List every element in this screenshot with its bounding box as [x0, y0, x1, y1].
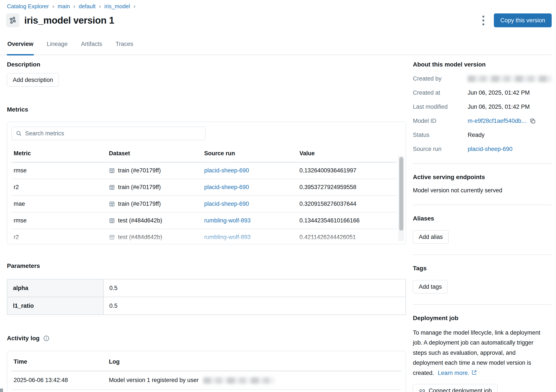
link-icon	[419, 387, 426, 392]
source-run-link[interactable]: rumbling-wolf-893	[204, 217, 251, 224]
dataset-name: train (#e70179ff)	[118, 201, 161, 207]
copy-this-version-button[interactable]: Copy this version	[494, 13, 552, 27]
parameter-key: l1_ratio	[7, 297, 103, 315]
metrics-scrollbar-thumb[interactable]	[399, 157, 403, 231]
metrics-scrollbar[interactable]	[398, 156, 404, 241]
table-row: rmse train (#e70179ff) placid-sheep-690 …	[11, 162, 397, 179]
status-label: Status	[413, 132, 468, 138]
kebab-menu-button[interactable]	[479, 14, 488, 27]
metrics-col-metric: Metric	[11, 144, 107, 162]
source-run-link[interactable]: rumbling-wolf-893	[204, 234, 251, 240]
metric-name: mae	[11, 196, 107, 212]
add-description-button[interactable]: Add description	[7, 73, 59, 87]
divider	[413, 304, 552, 305]
tab-traces[interactable]: Traces	[115, 39, 134, 55]
dataset-name: train (#e70179ff)	[118, 184, 161, 191]
main-column: Description Add description Metrics Metr…	[7, 61, 406, 392]
model-version-page: { "breadcrumb": { "items": ["Catalog Exp…	[0, 0, 556, 392]
metric-value: 0.3209158276037644	[297, 196, 397, 212]
activity-col-time: Time	[11, 351, 107, 371]
metric-name: r2	[11, 229, 107, 244]
add-alias-button[interactable]: Add alias	[413, 230, 449, 244]
divider	[413, 163, 552, 164]
metric-value: 0.1326400936461997	[297, 162, 397, 179]
model-id-link[interactable]: m-e9f28cf1aef540db...	[468, 118, 526, 124]
parameters-table: alpha 0.5 l1_ratio 0.5	[7, 279, 406, 315]
title-bar: iris_model version 1 Copy this version	[6, 13, 552, 27]
last-modified-value: Jun 06, 2025, 01:42 PM	[468, 103, 552, 110]
model-graph-icon	[9, 16, 17, 24]
search-metrics-input[interactable]	[25, 130, 201, 137]
external-link-icon	[471, 369, 477, 376]
activity-header-row: Time Log	[11, 351, 401, 371]
metrics-card: Metric Dataset Source run Value rmse tra…	[7, 122, 406, 244]
created-at-value: Jun 06, 2025, 01:42 PM	[468, 89, 552, 96]
activity-col-log: Log	[107, 351, 401, 371]
activity-log-heading: Activity log	[7, 335, 40, 342]
source-run-link[interactable]: placid-sheep-690	[204, 184, 249, 190]
metrics-col-value: Value	[297, 144, 397, 162]
serving-empty-text: Model version not currently served	[413, 187, 552, 194]
table-icon	[109, 184, 115, 190]
breadcrumb-default[interactable]: default	[79, 3, 95, 10]
deployment-job-heading: Deployment job	[413, 315, 552, 321]
table-row: l1_ratio 0.5	[7, 297, 406, 315]
table-row: rmse test (#484d642b) rumbling-wolf-893 …	[11, 212, 397, 229]
breadcrumb: Catalog Explorer › main › default › iris…	[7, 3, 135, 10]
activity-log-card: Time Log 2025-06-06 13:42:48 Model versi…	[7, 351, 406, 392]
table-icon	[109, 218, 115, 224]
breadcrumb-separator: ›	[73, 3, 75, 10]
activity-time: 2025-06-06 13:42:48	[11, 371, 107, 390]
tags-heading: Tags	[413, 265, 552, 272]
created-at-label: Created at	[413, 89, 468, 96]
breadcrumb-separator: ›	[134, 3, 136, 10]
breadcrumb-main[interactable]: main	[58, 3, 70, 10]
activity-log-text: Model version 1 registered by user	[107, 371, 401, 390]
metrics-heading: Metrics	[7, 106, 406, 113]
model-id-label: Model ID	[413, 118, 468, 124]
divider	[413, 254, 552, 255]
metric-name: rmse	[11, 212, 107, 229]
metrics-col-source-run: Source run	[202, 144, 297, 162]
metric-value: 0.3953727924959558	[297, 179, 397, 196]
aliases-heading: Aliases	[413, 215, 552, 222]
tab-artifacts[interactable]: Artifacts	[81, 39, 103, 55]
status-value: Ready	[468, 132, 552, 138]
dataset-name: test (#484d642b)	[118, 217, 162, 224]
about-sidebar: About this model version Created by Crea…	[413, 61, 552, 392]
source-run-link[interactable]: placid-sheep-690	[204, 167, 249, 174]
source-run-label: Source run	[413, 146, 468, 152]
dataset-name: train (#e70179ff)	[118, 167, 161, 174]
learn-more-link[interactable]: Learn more.	[438, 370, 469, 376]
tab-overview[interactable]: Overview	[7, 39, 34, 55]
breadcrumb-catalog-explorer[interactable]: Catalog Explorer	[7, 3, 49, 10]
add-tags-button[interactable]: Add tags	[413, 280, 448, 293]
metrics-table: Metric Dataset Source run Value rmse tra…	[11, 144, 397, 244]
tab-lineage[interactable]: Lineage	[46, 39, 68, 55]
metric-value: 0.4211426244426051	[297, 229, 397, 244]
about-grid: Created by Created at Jun 06, 2025, 01:4…	[413, 75, 552, 152]
model-icon-chip	[6, 13, 19, 27]
sidebar-source-run-link[interactable]: placid-sheep-690	[468, 146, 512, 152]
divider	[413, 205, 552, 205]
corner-artifact	[0, 389, 3, 392]
table-row: r2 train (#e70179ff) placid-sheep-690 0.…	[11, 179, 397, 196]
tab-bar: Overview Lineage Artifacts Traces	[0, 39, 552, 55]
info-icon[interactable]	[43, 335, 50, 342]
breadcrumb-iris-model[interactable]: iris_model	[104, 3, 130, 10]
parameter-value: 0.5	[103, 297, 406, 315]
parameters-heading: Parameters	[7, 262, 406, 269]
parameter-key: alpha	[7, 279, 103, 297]
copy-icon[interactable]	[530, 118, 536, 124]
table-row: 2025-06-06 13:42:48 Model version 1 regi…	[11, 371, 401, 390]
parameter-value: 0.5	[103, 279, 406, 297]
connect-deployment-job-button[interactable]: Connect deployment job	[413, 384, 498, 392]
serving-heading: Active serving endpoints	[413, 174, 552, 181]
about-heading: About this model version	[413, 61, 552, 68]
page-title: iris_model version 1	[24, 15, 114, 26]
last-modified-label: Last modified	[413, 103, 468, 110]
redacted-created-by	[468, 76, 552, 82]
source-run-link[interactable]: placid-sheep-690	[204, 201, 249, 207]
description-heading: Description	[7, 61, 406, 68]
table-row: r2 test (#484d642b) rumbling-wolf-893 0.…	[11, 229, 397, 244]
